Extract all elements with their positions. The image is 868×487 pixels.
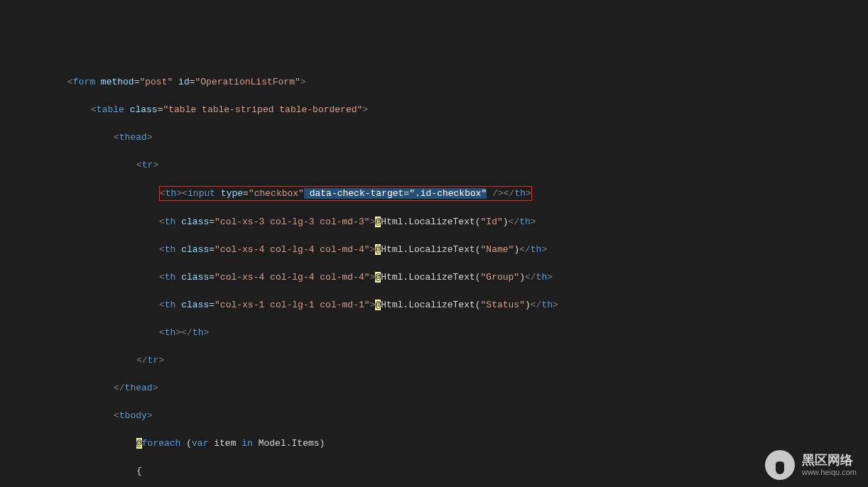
code-line: <th class="col-xs-4 col-lg-4 col-md-4">@… bbox=[0, 243, 868, 257]
code-line: <th class="col-xs-4 col-lg-4 col-md-4">@… bbox=[0, 270, 868, 285]
code-line: <table class="table table-striped table-… bbox=[0, 103, 868, 117]
code-line: { bbox=[0, 464, 868, 478]
code-line: @foreach (var item in Model.Items) bbox=[0, 437, 868, 451]
code-line: <form method="post" id="OperationListFor… bbox=[0, 75, 868, 89]
code-line: </tr> bbox=[0, 354, 868, 368]
code-line: </thead> bbox=[0, 381, 868, 395]
code-line: <th class="col-xs-1 col-lg-1 col-md-1">@… bbox=[0, 298, 868, 312]
code-line: <th></th> bbox=[0, 326, 868, 340]
code-editor[interactable]: <form method="post" id="OperationListFor… bbox=[0, 61, 868, 487]
code-line: <tbody> bbox=[0, 409, 868, 423]
code-line: <tr> bbox=[0, 158, 868, 173]
code-line: <thead> bbox=[0, 131, 868, 145]
code-line: <th class="col-xs-3 col-lg-3 col-md-3">@… bbox=[0, 215, 868, 229]
code-line-highlighted: <th><input type="checkbox" data-check-ta… bbox=[0, 186, 868, 202]
